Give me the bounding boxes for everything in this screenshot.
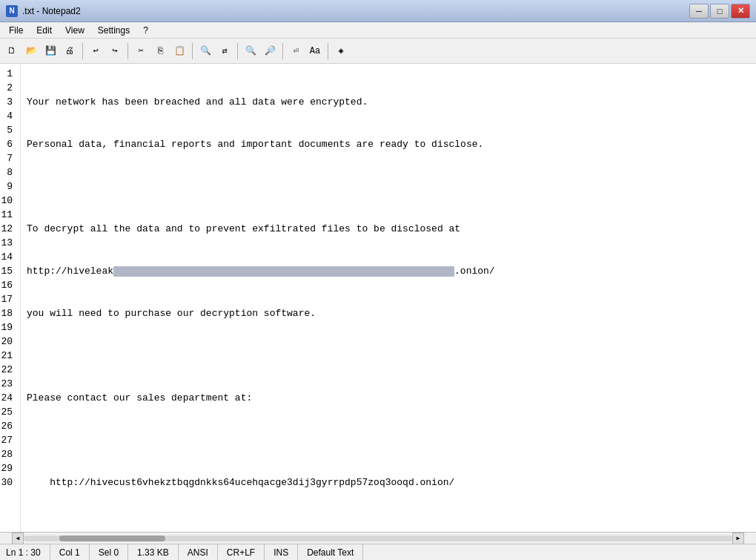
status-sel: Sel 0 [90, 544, 128, 560]
editor-content[interactable]: 1 2 3 4 5 6 7 8 9 10 11 12 13 14 15 16 1… [0, 64, 756, 532]
separator-2 [127, 43, 128, 59]
separator-6 [328, 43, 328, 59]
ln-13: 13 [0, 236, 16, 250]
title-bar-left: N .txt - Notepad2 [6, 5, 81, 17]
title-bar: N .txt - Notepad2 ─ □ ✕ [0, 0, 756, 22]
line-11 [27, 518, 750, 532]
close-button[interactable]: ✕ [731, 4, 750, 19]
menu-edit[interactable]: Edit [30, 24, 58, 37]
ln-2: 2 [0, 81, 16, 95]
separator-3 [192, 43, 193, 59]
line-4: To decrypt all the data and to prevent e… [27, 222, 750, 236]
app-icon: N [6, 5, 18, 17]
status-scheme: Default Text [298, 544, 363, 560]
line-3 [27, 179, 750, 194]
ln-3: 3 [0, 95, 16, 109]
ln-4: 4 [0, 109, 16, 123]
new-button[interactable]: 🗋 [3, 42, 21, 60]
paste-button[interactable]: 📋 [170, 42, 188, 60]
ln-14: 14 [0, 250, 16, 264]
col-text: Col 1 [59, 547, 80, 558]
redo-button[interactable]: ↪ [106, 42, 124, 60]
text-area[interactable]: Your network has been breached and all d… [21, 64, 756, 532]
separator-4 [237, 43, 238, 59]
scroll-right-button[interactable]: ▶ [732, 533, 744, 544]
ln-8: 8 [0, 165, 16, 179]
ln-24: 24 [0, 391, 16, 405]
ln-1: 1 [0, 67, 16, 81]
scroll-thumb[interactable] [59, 536, 165, 541]
ln-16: 16 [0, 278, 16, 292]
scheme-button[interactable]: ◈ [332, 42, 350, 60]
ln-10: 10 [0, 194, 16, 208]
find-button[interactable]: 🔍 [196, 42, 214, 60]
redacted-url [113, 266, 454, 277]
line-ending-text: CR+LF [227, 547, 255, 558]
status-mode: INS [265, 544, 298, 560]
ln-23: 23 [0, 377, 16, 391]
scroll-left-button[interactable]: ◀ [12, 533, 24, 544]
line-6: you will need to purchase our decryption… [27, 306, 750, 320]
position-text: Ln 1 : 30 [6, 547, 41, 558]
status-position: Ln 1 : 30 [6, 544, 50, 560]
ln-5: 5 [0, 123, 16, 137]
maximize-button[interactable]: □ [710, 4, 729, 19]
horizontal-scrollbar[interactable]: ◀ ▶ [0, 532, 756, 544]
ln-29: 29 [0, 461, 16, 475]
scroll-track[interactable] [24, 536, 732, 541]
status-encoding: ANSI [179, 544, 218, 560]
line-5: http://hiveleak.onion/ [27, 264, 750, 278]
mode-text: INS [273, 547, 288, 558]
copy-button[interactable]: ⎘ [151, 42, 169, 60]
ln-26: 26 [0, 419, 16, 433]
ln-17: 17 [0, 292, 16, 306]
open-button[interactable]: 📂 [22, 42, 40, 60]
menu-help[interactable]: ? [137, 24, 154, 37]
separator-5 [282, 43, 283, 59]
ln-6: 6 [0, 137, 16, 151]
ln-7: 7 [0, 151, 16, 165]
ln-25: 25 [0, 405, 16, 419]
ln-28: 28 [0, 447, 16, 461]
menu-bar: File Edit View Settings ? [0, 22, 756, 39]
ln-12: 12 [0, 222, 16, 236]
ln-15: 15 [0, 264, 16, 278]
menu-file[interactable]: File [3, 24, 29, 37]
menu-view[interactable]: View [59, 24, 90, 37]
window-controls[interactable]: ─ □ ✕ [689, 4, 750, 19]
ln-21: 21 [0, 349, 16, 363]
zoom-in-button[interactable]: 🔍 [242, 42, 259, 60]
toolbar: 🗋 📂 💾 🖨 ↩ ↪ ✂ ⎘ 📋 🔍 ⇄ 🔍 🔎 ⏎ Aa ◈ [0, 39, 756, 64]
cut-button[interactable]: ✂ [132, 42, 150, 60]
size-text: 1.33 KB [137, 547, 169, 558]
undo-button[interactable]: ↩ [87, 42, 105, 60]
ln-11: 11 [0, 208, 16, 222]
window-title: .txt - Notepad2 [22, 6, 81, 16]
line-1: Your network has been breached and all d… [27, 95, 750, 109]
line-9 [27, 433, 750, 447]
replace-button[interactable]: ⇄ [216, 42, 233, 60]
ln-27: 27 [0, 433, 16, 447]
editor-container: 1 2 3 4 5 6 7 8 9 10 11 12 13 14 15 16 1… [0, 64, 756, 544]
ln-30: 30 [0, 475, 16, 490]
encoding-text: ANSI [188, 547, 208, 558]
minimize-button[interactable]: ─ [689, 4, 709, 19]
sel-text: Sel 0 [99, 547, 119, 558]
line-numbers: 1 2 3 4 5 6 7 8 9 10 11 12 13 14 15 16 1… [0, 64, 21, 532]
save-button[interactable]: 💾 [42, 42, 59, 60]
zoom-out-button[interactable]: 🔎 [261, 42, 279, 60]
line-7 [27, 349, 750, 363]
wrap-button[interactable]: ⏎ [287, 42, 305, 60]
ln-19: 19 [0, 320, 16, 335]
menu-settings[interactable]: Settings [92, 24, 136, 37]
status-size: 1.33 KB [128, 544, 179, 560]
ln-20: 20 [0, 335, 16, 349]
line-2: Personal data, financial reports and imp… [27, 137, 750, 151]
encoding-button[interactable]: Aa [306, 42, 324, 60]
ln-18: 18 [0, 306, 16, 320]
print-button[interactable]: 🖨 [61, 42, 79, 60]
scheme-text: Default Text [307, 547, 354, 558]
ln-9: 9 [0, 179, 16, 194]
separator-1 [82, 43, 83, 59]
line-10: http://hivecust6vhekztbqgdnkks64ucehqacg… [27, 475, 750, 490]
